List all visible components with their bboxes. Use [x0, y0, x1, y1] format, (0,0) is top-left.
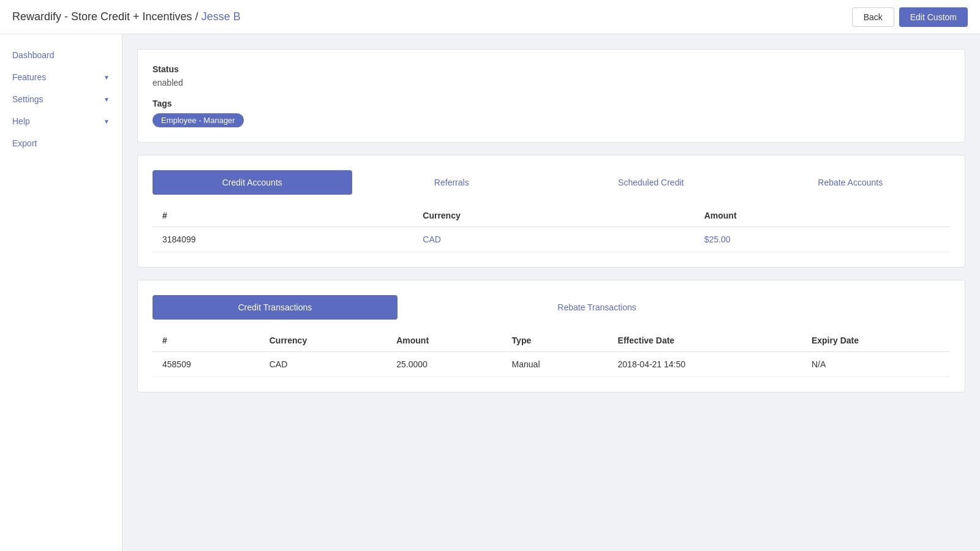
back-button[interactable]: Back [852, 7, 894, 27]
customer-info-card: Status enabled Tags Employee - Manager [137, 49, 965, 143]
sidebar-item-label: Help [12, 116, 30, 126]
chevron-down-icon: ▼ [104, 96, 110, 103]
edit-customer-button[interactable]: Edit Custom [899, 7, 968, 27]
transaction-currency: CAD [260, 352, 386, 377]
col-header-amount: Amount [695, 204, 950, 227]
customer-name: Jesse B [202, 10, 241, 23]
tab-rebate-transactions[interactable]: Rebate Transactions [398, 295, 796, 320]
col-header-amount: Amount [386, 329, 502, 352]
table-row: 3184099 CAD $25.00 [153, 227, 950, 252]
col-header-currency: Currency [413, 204, 694, 227]
sidebar-item-settings[interactable]: Settings ▼ [0, 88, 122, 110]
transaction-effective-date: 2018-04-21 14:50 [608, 352, 802, 377]
col-header-id: # [153, 329, 260, 352]
tags-container: Employee - Manager [153, 113, 950, 127]
chevron-down-icon: ▼ [104, 74, 110, 81]
chevron-down-icon: ▼ [104, 118, 110, 125]
transactions-card: Credit Transactions Rebate Transactions … [137, 280, 965, 392]
credit-accounts-card: Credit Accounts Referrals Scheduled Cred… [137, 155, 965, 268]
sidebar: Dashboard Features ▼ Settings ▼ Help ▼ E… [0, 34, 123, 551]
credit-accounts-table: # Currency Amount 3184099 CAD $25.00 [153, 204, 950, 252]
transaction-expiry-date: N/A [802, 352, 950, 377]
sidebar-item-export[interactable]: Export [0, 132, 122, 154]
sidebar-item-dashboard[interactable]: Dashboard [0, 44, 122, 66]
account-id: 3184099 [153, 227, 413, 252]
sidebar-item-help[interactable]: Help ▼ [0, 110, 122, 132]
transactions-table: # Currency Amount Type Effective Date Ex… [153, 329, 950, 377]
col-header-effective-date: Effective Date [608, 329, 802, 352]
sidebar-item-features[interactable]: Features ▼ [0, 66, 122, 88]
sidebar-item-label: Settings [12, 94, 43, 104]
credit-accounts-tabs: Credit Accounts Referrals Scheduled Cred… [153, 170, 950, 195]
col-header-id: # [153, 204, 413, 227]
status-label: Status [153, 64, 950, 74]
tab-credit-transactions[interactable]: Credit Transactions [153, 295, 398, 320]
sidebar-item-label: Dashboard [12, 50, 55, 60]
tab-credit-accounts[interactable]: Credit Accounts [153, 170, 352, 195]
tab-scheduled-credit[interactable]: Scheduled Credit [551, 170, 751, 195]
tab-rebate-accounts[interactable]: Rebate Accounts [751, 170, 951, 195]
page-title: Rewardify - Store Credit + Incentives / … [12, 10, 241, 23]
layout: Dashboard Features ▼ Settings ▼ Help ▼ E… [0, 34, 980, 551]
col-header-currency: Currency [260, 329, 386, 352]
table-row: 458509 CAD 25.0000 Manual 2018-04-21 14:… [153, 352, 950, 377]
account-amount[interactable]: $25.00 [695, 227, 950, 252]
app-title: Rewardify - Store Credit + Incentives / [12, 10, 202, 23]
header-actions: Back Edit Custom [852, 7, 968, 27]
employee-manager-tag: Employee - Manager [153, 113, 244, 127]
status-value: enabled [153, 78, 950, 88]
header: Rewardify - Store Credit + Incentives / … [0, 0, 980, 34]
col-header-expiry-date: Expiry Date [802, 329, 950, 352]
transaction-id: 458509 [153, 352, 260, 377]
sidebar-item-label: Export [12, 138, 37, 148]
main-content: Status enabled Tags Employee - Manager C… [123, 34, 980, 551]
account-currency[interactable]: CAD [413, 227, 694, 252]
tags-label: Tags [153, 99, 950, 108]
transactions-tabs: Credit Transactions Rebate Transactions [153, 295, 950, 320]
tab-referrals[interactable]: Referrals [352, 170, 552, 195]
transaction-amount: 25.0000 [386, 352, 502, 377]
transaction-type: Manual [502, 352, 608, 377]
sidebar-item-label: Features [12, 72, 46, 82]
col-header-type: Type [502, 329, 608, 352]
